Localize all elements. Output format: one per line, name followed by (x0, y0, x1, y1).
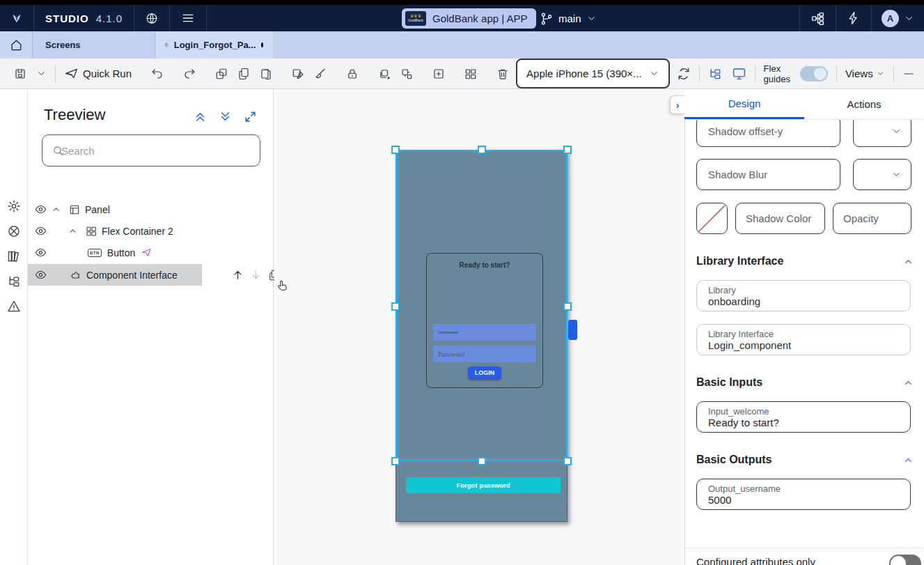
style-brush-button[interactable] (314, 68, 327, 80)
visibility-eye-icon[interactable] (35, 247, 47, 258)
configured-attributes-toggle[interactable] (889, 555, 921, 565)
tab-design[interactable]: Design (684, 89, 804, 119)
copy-button[interactable] (237, 68, 250, 80)
login-button-mock[interactable]: LOGIN (468, 366, 501, 379)
eye-icon (35, 247, 47, 258)
tab-screens[interactable]: Screens (33, 31, 155, 59)
collapse-node-button[interactable] (52, 205, 61, 214)
preview-toggle-button[interactable] (732, 66, 746, 81)
paste-icon (260, 68, 272, 80)
collapse-section-button[interactable] (903, 455, 914, 465)
flex-container-icon (86, 226, 97, 237)
tree-rail-button[interactable] (7, 274, 21, 288)
studio-logo[interactable] (0, 5, 33, 31)
flex-guides-toggle[interactable] (800, 66, 828, 82)
visibility-eye-icon[interactable] (35, 203, 47, 215)
resize-handle-w[interactable] (391, 302, 400, 311)
brush-icon (314, 68, 327, 80)
visibility-eye-icon[interactable] (35, 225, 47, 237)
home-icon (10, 38, 23, 52)
shadow-blur-unit-dropdown[interactable] (853, 159, 911, 190)
chevron-down-icon (891, 126, 902, 137)
settings-rail-button[interactable] (7, 199, 21, 213)
resize-handle-se[interactable] (563, 457, 572, 465)
shadow-opacity-input[interactable]: Opacity (833, 203, 911, 234)
group-button[interactable] (378, 68, 391, 80)
action-attached-icon (141, 247, 152, 258)
logic-rail-button[interactable] (7, 224, 21, 238)
refresh-icon (677, 67, 691, 81)
main-menu-button[interactable] (170, 5, 206, 31)
treeview-search[interactable] (42, 134, 260, 167)
shadow-offset-y-unit-dropdown[interactable] (853, 116, 911, 147)
chevron-down-icon (649, 68, 659, 79)
collapse-section-button[interactable] (903, 256, 914, 267)
resize-handle-ne[interactable] (563, 146, 572, 154)
expand-all-button[interactable] (219, 110, 232, 123)
library-interface-field[interactable]: Library Interface Login_component (696, 324, 911, 355)
tree-row-button[interactable]: BTN Button (28, 242, 274, 263)
tree-row-flex-container[interactable]: Flex Container 2 (28, 220, 274, 242)
save-options-button[interactable] (36, 68, 47, 79)
design-tokens-button[interactable] (292, 68, 304, 80)
treeview-toggle-button[interactable] (708, 67, 722, 81)
language-button[interactable] (134, 5, 169, 31)
integrations-button[interactable] (800, 5, 836, 31)
refresh-button[interactable] (677, 67, 691, 81)
collapse-section-button[interactable] (903, 378, 914, 388)
quick-actions-button[interactable] (836, 5, 871, 31)
resize-handle-sw[interactable] (391, 457, 400, 465)
tab-actions[interactable]: Actions (804, 89, 924, 119)
views-dropdown[interactable]: Views (845, 68, 885, 79)
collapse-node-button[interactable] (68, 226, 77, 235)
atom-icon (7, 224, 21, 238)
delete-button[interactable] (496, 68, 509, 80)
collapse-panel-button[interactable]: › (670, 95, 684, 114)
ungroup-button[interactable] (400, 68, 413, 80)
home-button[interactable] (0, 31, 33, 59)
shadow-offset-y-input[interactable]: Shadow offset-y (696, 116, 840, 147)
current-app-pill[interactable]: ♛♛♛ GoldBank GoldBank app | APP (402, 8, 536, 29)
shadow-color-input[interactable]: Shadow Color (735, 203, 825, 234)
library-rail-button[interactable] (7, 249, 21, 263)
branch-selector[interactable]: main (540, 8, 597, 29)
duplicate-button[interactable] (215, 68, 228, 80)
shadow-color-swatch[interactable] (696, 203, 728, 234)
resize-handle-n[interactable] (478, 146, 486, 154)
resize-handle-e[interactable] (563, 302, 572, 311)
tab-login-forgot-page[interactable]: Login_Forgot_Pa... (155, 31, 273, 59)
library-field[interactable]: Library onboarding (696, 280, 911, 311)
device-selector[interactable]: Apple iPhone 15 (390×... (516, 59, 670, 88)
paste-button[interactable] (260, 68, 272, 80)
ungroup-icon (400, 68, 413, 80)
resize-handle-s[interactable] (478, 457, 486, 465)
undo-button[interactable] (151, 68, 164, 80)
input-welcome-field[interactable]: Input_welcome Ready to start? (696, 401, 911, 433)
shadow-blur-input[interactable]: Shadow Blur (696, 159, 840, 190)
zoom-out-button[interactable] (902, 68, 915, 80)
lock-button[interactable] (346, 68, 359, 80)
add-frame-button[interactable] (432, 68, 445, 80)
save-button[interactable] (14, 68, 26, 80)
username-input-mock[interactable]: Username (433, 324, 536, 341)
visibility-eye-icon[interactable] (35, 269, 47, 281)
resize-handle-nw[interactable] (391, 146, 400, 154)
move-up-button[interactable] (232, 269, 244, 281)
forgot-password-button-mock[interactable]: Forgot password (406, 477, 561, 493)
edge-drag-handle[interactable] (568, 320, 577, 340)
collapse-all-button[interactable] (194, 110, 207, 123)
unsaved-changes-dot (261, 42, 263, 47)
search-input[interactable] (61, 145, 253, 157)
tree-row-component-interface[interactable]: Component Interface (28, 264, 274, 286)
expand-panel-button[interactable] (244, 110, 257, 123)
redo-button[interactable] (183, 68, 196, 80)
components-button[interactable] (464, 68, 477, 80)
quick-run-button[interactable]: Quick Run (64, 66, 132, 81)
move-down-button[interactable] (250, 269, 262, 281)
welcome-text[interactable]: Ready to start? (426, 261, 543, 269)
warnings-rail-button[interactable] (7, 300, 21, 314)
output-username-field[interactable]: Output_username 5000 (696, 479, 911, 510)
password-input-mock[interactable]: Password (433, 346, 536, 362)
account-menu[interactable]: A (872, 5, 924, 31)
tree-row-panel[interactable]: Panel (28, 199, 274, 220)
